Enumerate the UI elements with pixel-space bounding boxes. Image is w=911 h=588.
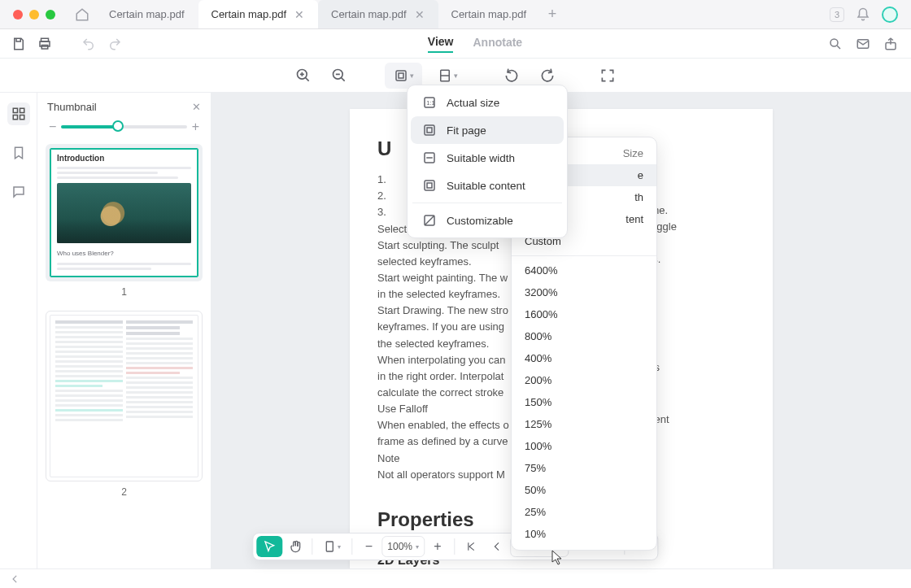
tab-2[interactable]: Certain map.pdf ✕ bbox=[198, 0, 319, 28]
svg-rect-17 bbox=[425, 125, 434, 135]
zoom-125[interactable]: 125% bbox=[512, 413, 656, 435]
zoom-1600[interactable]: 1600% bbox=[512, 303, 656, 325]
slider-plus-icon[interactable]: + bbox=[192, 120, 199, 134]
fullscreen-icon[interactable] bbox=[593, 63, 622, 89]
left-rail bbox=[0, 93, 37, 568]
svg-rect-20 bbox=[425, 181, 434, 190]
thumb-1-number: 1 bbox=[46, 286, 203, 298]
svg-rect-9 bbox=[399, 73, 403, 78]
zoom-level-dropdown[interactable]: 100%▾ bbox=[381, 536, 425, 557]
save-icon[interactable] bbox=[11, 37, 26, 51]
zoom-50[interactable]: 50% bbox=[512, 479, 656, 501]
window-minimize-button[interactable] bbox=[29, 10, 39, 20]
bell-icon[interactable] bbox=[856, 7, 870, 22]
title-bar: Certain map.pdf Certain map.pdf ✕ Certai… bbox=[0, 0, 911, 29]
window-controls bbox=[0, 10, 55, 20]
rail-comments-icon[interactable] bbox=[7, 181, 30, 203]
undo-icon[interactable] bbox=[81, 37, 96, 51]
search-icon[interactable] bbox=[828, 37, 843, 51]
svg-rect-11 bbox=[13, 108, 17, 112]
footer-zoom-out-icon[interactable]: − bbox=[355, 536, 381, 557]
svg-rect-22 bbox=[326, 542, 333, 551]
print-icon[interactable] bbox=[37, 37, 52, 51]
collapse-sidebar-icon[interactable] bbox=[10, 573, 21, 585]
window-maximize-button[interactable] bbox=[46, 10, 55, 20]
zoom-200[interactable]: 200% bbox=[512, 369, 656, 391]
menu-suitable-content[interactable]: Suitable content bbox=[411, 172, 564, 199]
thumbnail-panel: Thumbnail ✕ − + Introduction Who uses Bl… bbox=[37, 93, 211, 568]
svg-rect-8 bbox=[396, 71, 406, 81]
avatar[interactable] bbox=[882, 7, 898, 23]
thumb-2-number: 2 bbox=[46, 486, 203, 498]
mode-view[interactable]: View bbox=[428, 35, 454, 53]
thumb-1-image bbox=[57, 183, 191, 243]
mode-annotate[interactable]: Annotate bbox=[473, 36, 522, 52]
tab-2-close-icon[interactable]: ✕ bbox=[294, 9, 304, 20]
thumbnail-size-slider[interactable]: − + bbox=[37, 118, 211, 139]
select-tool-button[interactable] bbox=[256, 536, 282, 557]
tab-strip: Certain map.pdf Certain map.pdf ✕ Certai… bbox=[96, 0, 830, 28]
rail-thumbnails-icon[interactable] bbox=[7, 102, 30, 125]
zoom-400[interactable]: 400% bbox=[512, 347, 656, 369]
zoom-75[interactable]: 75% bbox=[512, 457, 656, 479]
tab-4-label: Certain map.pdf bbox=[451, 8, 527, 20]
first-page-icon[interactable] bbox=[458, 536, 484, 557]
window-close-button[interactable] bbox=[13, 10, 23, 20]
tab-2-label: Certain map.pdf bbox=[211, 8, 287, 20]
thumbnail-panel-close-icon[interactable]: ✕ bbox=[192, 101, 201, 113]
notification-count[interactable]: 3 bbox=[830, 7, 844, 22]
svg-point-3 bbox=[830, 39, 838, 46]
svg-rect-14 bbox=[20, 115, 24, 120]
zoom-in-icon[interactable] bbox=[289, 63, 318, 89]
thumbnail-panel-title: Thumbnail bbox=[47, 101, 97, 113]
tab-3[interactable]: Certain map.pdf ✕ bbox=[318, 0, 438, 28]
redo-icon[interactable] bbox=[107, 37, 122, 51]
thumb-1-subtitle: Who uses Blender? bbox=[50, 246, 198, 260]
slider-minus-icon[interactable]: − bbox=[49, 120, 56, 134]
menu-actual-size[interactable]: 1:1 Actual size bbox=[411, 89, 564, 116]
home-button[interactable] bbox=[75, 7, 89, 22]
svg-rect-13 bbox=[13, 115, 17, 120]
svg-text:1:1: 1:1 bbox=[426, 99, 434, 107]
zoom-6400[interactable]: 6400% bbox=[512, 259, 656, 281]
titlebar-right: 3 bbox=[830, 7, 911, 23]
new-tab-button[interactable]: + bbox=[540, 0, 564, 28]
zoom-25[interactable]: 25% bbox=[512, 501, 656, 523]
thumbnail-page-2[interactable] bbox=[46, 311, 203, 481]
thumbnail-page-1[interactable]: Introduction Who uses Blender? bbox=[46, 144, 203, 281]
svg-rect-12 bbox=[20, 108, 24, 112]
tab-3-label: Certain map.pdf bbox=[331, 8, 407, 20]
slider-knob[interactable] bbox=[112, 120, 124, 132]
menu-customizable[interactable]: Customizable bbox=[411, 207, 564, 234]
thumb-1-title: Introduction bbox=[50, 149, 198, 164]
tab-1-label: Certain map.pdf bbox=[109, 8, 185, 20]
tab-1[interactable]: Certain map.pdf bbox=[96, 0, 198, 28]
menu-fit-page[interactable]: Fit page bbox=[411, 116, 564, 144]
share-icon[interactable] bbox=[883, 37, 898, 51]
zoom-10[interactable]: 10% bbox=[512, 523, 656, 545]
tab-4[interactable]: Certain map.pdf bbox=[438, 0, 541, 28]
mode-bar: View Annotate bbox=[0, 29, 911, 59]
tab-3-close-icon[interactable]: ✕ bbox=[415, 9, 425, 20]
fit-mode-menu: 1:1 Actual size Fit page Suitable width … bbox=[407, 85, 568, 238]
mail-icon[interactable] bbox=[856, 37, 870, 51]
zoom-3200[interactable]: 3200% bbox=[512, 281, 656, 303]
slider-track[interactable] bbox=[61, 125, 186, 128]
menu-suitable-width[interactable]: Suitable width bbox=[411, 144, 564, 172]
zoom-150[interactable]: 150% bbox=[512, 391, 656, 413]
zoom-100[interactable]: 100% bbox=[512, 435, 656, 457]
footer-zoom-in-icon[interactable]: + bbox=[425, 536, 451, 557]
zoom-800[interactable]: 800% bbox=[512, 325, 656, 347]
status-bar bbox=[0, 568, 911, 588]
page-display-button[interactable]: ▾ bbox=[316, 536, 348, 557]
rail-bookmarks-icon[interactable] bbox=[7, 142, 30, 164]
prev-page-icon[interactable] bbox=[484, 536, 510, 557]
svg-rect-18 bbox=[427, 128, 432, 133]
hand-tool-button[interactable] bbox=[282, 536, 308, 557]
zoom-out-icon[interactable] bbox=[325, 63, 354, 89]
